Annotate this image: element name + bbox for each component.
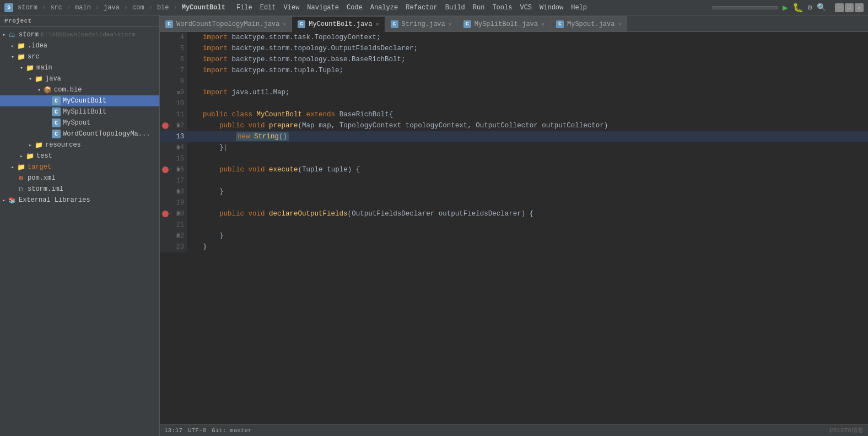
- code-text-22: }: [198, 230, 868, 241]
- code-text-6: import backtype.storm.topology.base.Base…: [198, 54, 868, 65]
- tree-item-mycountbolt[interactable]: ▸ C MyCountBolt: [0, 95, 159, 106]
- breadcrumb-sep3: ›: [95, 4, 99, 12]
- editor-area: C WordCountTopologyMain.java ✕ C MyCount…: [160, 15, 868, 436]
- code-editor[interactable]: 4 import backtype.storm.task.TopologyCon…: [160, 32, 868, 424]
- tree-arrow-idea: ▸: [9, 43, 17, 49]
- code-line-6: 6 import backtype.storm.topology.base.Ba…: [160, 54, 868, 65]
- code-scroll-area[interactable]: 4 import backtype.storm.task.TopologyCon…: [160, 32, 868, 424]
- code-text-16: public void execute(Tuple tuple) {: [198, 164, 868, 175]
- breadcrumb-java[interactable]: java: [104, 4, 120, 12]
- menu-tools[interactable]: Tools: [492, 4, 512, 12]
- folder-icon-src: 📁: [17, 52, 25, 61]
- tree-arrow-target: ▸: [9, 164, 17, 170]
- gutter-5: 5: [160, 43, 187, 54]
- breadcrumb-com[interactable]: com: [132, 4, 144, 12]
- menu-navigate[interactable]: Navigate: [307, 4, 339, 12]
- tree-item-java[interactable]: ▾ 📁 java: [0, 73, 159, 84]
- code-text-7: import backtype.storm.tuple.Tuple;: [198, 65, 868, 76]
- tab-close-wordcount[interactable]: ✕: [283, 21, 286, 28]
- tree-item-resources[interactable]: ▸ 📁 resources: [0, 139, 159, 150]
- sidebar: Project ▾ 🗂 storm E:\360Downloads\idea\s…: [0, 15, 160, 436]
- breadcrumb-src[interactable]: src: [50, 4, 62, 12]
- tree-label-target: target: [28, 163, 51, 171]
- tree-item-pomxml[interactable]: ▸ m pom.xml: [0, 173, 159, 184]
- tree-item-idea[interactable]: ▸ 📁 .idea: [0, 40, 159, 51]
- code-text-11: public class MyCountBolt extends BaseRic…: [198, 109, 868, 120]
- iml-icon: 🗋: [17, 185, 25, 193]
- fold-icon-9[interactable]: ⊟: [177, 87, 180, 98]
- gutter-22: ⊟ 22: [160, 230, 187, 241]
- code-line-7: 7 import backtype.storm.tuple.Tuple;: [160, 65, 868, 76]
- tree-item-target[interactable]: ▸ 📁 target: [0, 162, 159, 173]
- tree-item-extlibs[interactable]: ▸ 📚 External Libraries: [0, 195, 159, 206]
- menu-vcs[interactable]: VCS: [520, 4, 532, 12]
- tree-item-mysplitbolt[interactable]: ▸ C MySplitBolt: [0, 106, 159, 117]
- project-tree: ▾ 🗂 storm E:\360Downloads\idea\storm ▸ 📁…: [0, 27, 159, 436]
- menu-edit[interactable]: Edit: [260, 4, 276, 12]
- tree-item-wordcounttopology[interactable]: ▸ C WordCountTopologyMa...: [0, 128, 159, 139]
- gutter-19: 19: [160, 197, 187, 208]
- tree-item-storm[interactable]: ▾ 🗂 storm E:\360Downloads\idea\storm: [0, 29, 159, 40]
- close-button[interactable]: ✕: [855, 3, 864, 12]
- tab-mycountbolt[interactable]: C MyCountBolt.java ✕: [292, 17, 385, 32]
- code-text-20: public void declareOutputFields(OutputFi…: [198, 208, 868, 219]
- tree-arrow-mycountbolt: ▸: [44, 98, 52, 104]
- breadcrumb-file[interactable]: MyCountBolt: [182, 4, 225, 12]
- tab-wordcounttopologymain[interactable]: C WordCountTopologyMain.java ✕: [160, 16, 292, 31]
- menu-run[interactable]: Run: [473, 4, 485, 12]
- tree-item-stormiml[interactable]: ▸ 🗋 storm.iml: [0, 184, 159, 195]
- code-line-10: 10: [160, 98, 868, 109]
- tab-close-string[interactable]: ✕: [449, 21, 452, 28]
- tree-item-myspout[interactable]: ▸ C MySpout: [0, 117, 159, 128]
- tab-string[interactable]: C String.java ✕: [385, 16, 458, 31]
- minimize-button[interactable]: －: [835, 3, 844, 12]
- gutter-4: 4: [160, 32, 187, 43]
- tree-item-main[interactable]: ▾ 📁 main: [0, 62, 159, 73]
- menu-analyze[interactable]: Analyze: [370, 4, 398, 12]
- search-icon[interactable]: 🔍: [817, 3, 826, 12]
- code-line-20: ↑ ⊟ 20 public void declareOutputFields(O…: [160, 208, 868, 219]
- breadcrumb-main[interactable]: main: [75, 4, 91, 12]
- tab-close-myspout[interactable]: ✕: [618, 21, 621, 28]
- code-text-5: import backtype.storm.topology.OutputFie…: [198, 43, 868, 54]
- tree-item-test[interactable]: ▸ 📁 test: [0, 150, 159, 162]
- run-icon[interactable]: ▶: [783, 2, 788, 13]
- tab-close-mycountbolt[interactable]: ✕: [375, 21, 379, 28]
- breadcrumb-storm[interactable]: storm: [18, 4, 37, 12]
- folder-icon-test: 📁: [25, 152, 34, 160]
- tree-arrow-wordcounttopology: ▸: [44, 131, 52, 137]
- title-bar-right: ▶ 🐛 ⚙ 🔍 － □ ✕: [712, 2, 864, 13]
- tab-myspout[interactable]: C MySpout.java ✕: [551, 16, 627, 31]
- breakpoint-12: [162, 122, 169, 129]
- code-line-5: 5 import backtype.storm.topology.OutputF…: [160, 43, 868, 54]
- gutter-7: 7: [160, 65, 187, 76]
- menu-file[interactable]: File: [236, 4, 252, 12]
- tabs-bar: C WordCountTopologyMain.java ✕ C MyCount…: [160, 15, 868, 32]
- menu-view[interactable]: View: [284, 4, 300, 12]
- menu-window[interactable]: Window: [540, 4, 563, 12]
- watermark: @51CTO博客: [829, 426, 864, 434]
- breadcrumb-bie[interactable]: bie: [157, 4, 169, 12]
- run-config-dropdown[interactable]: [712, 6, 778, 9]
- tree-item-src[interactable]: ▾ 📁 src: [0, 51, 159, 62]
- menu-refactor[interactable]: Refactor: [406, 4, 438, 12]
- java-icon-mysplitbolt: C: [52, 107, 61, 116]
- menu-help[interactable]: Help: [571, 4, 587, 12]
- tab-close-mysplitbolt[interactable]: ✕: [541, 21, 544, 28]
- java-icon-myspout: C: [52, 119, 61, 127]
- menu-code[interactable]: Code: [347, 4, 363, 12]
- debug-icon[interactable]: 🐛: [792, 2, 804, 13]
- code-text-18: }: [198, 186, 868, 197]
- extlib-icon: 📚: [8, 196, 17, 204]
- tab-mysplitbolt[interactable]: C MySplitBolt.java ✕: [458, 16, 551, 31]
- tab-label-mycountbolt: MyCountBolt.java: [309, 20, 372, 28]
- gutter-23: 23: [160, 241, 187, 252]
- tree-item-com-bie[interactable]: ▾ 📦 com.bie: [0, 84, 159, 95]
- tree-label-stormiml: storm.iml: [28, 185, 63, 193]
- tree-arrow-src: ▾: [9, 54, 17, 60]
- settings-icon[interactable]: ⚙: [808, 3, 812, 12]
- menu-build[interactable]: Build: [445, 4, 465, 12]
- maximize-button[interactable]: □: [845, 3, 854, 12]
- title-bar-left: S storm › src › main › java › com › bie …: [4, 3, 225, 12]
- tab-label-string: String.java: [402, 20, 445, 28]
